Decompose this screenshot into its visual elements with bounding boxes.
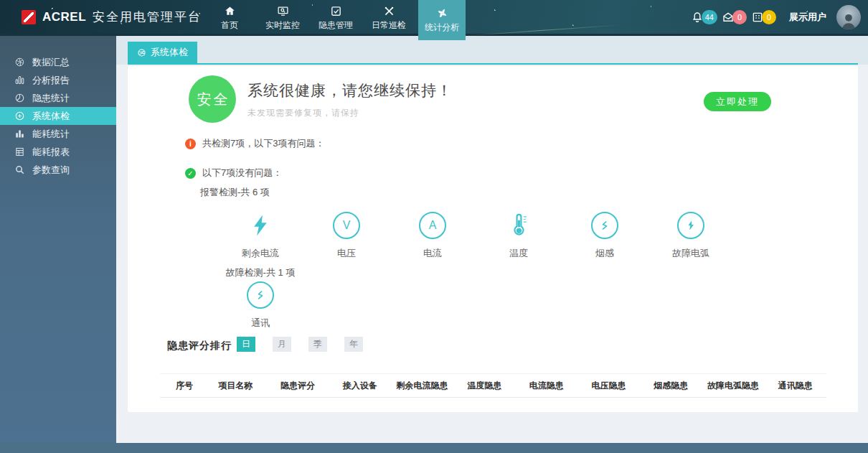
period-month-button[interactable]: 月 <box>273 337 291 352</box>
bell-badge: 44 <box>702 10 717 24</box>
info-icon: i <box>185 139 196 149</box>
fault-group-line: 故障检测-共 1 项 <box>226 266 296 279</box>
period-quarter-button[interactable]: 季 <box>308 337 327 352</box>
period-selector: 日 月 季 年 <box>237 337 363 352</box>
col-arc-fault-hazard: 故障电弧隐患 <box>702 380 765 392</box>
left-sidebar: 数据汇总 分析报告 隐患统计 系统体检 能耗统计 能耗报表 参数查询 <box>0 36 116 443</box>
top-navigation: 首页 实时监控 隐患管理 日常巡检 统计分析 <box>206 0 471 34</box>
sidebar-item-parameter-query[interactable]: 参数查询 <box>0 161 116 179</box>
alarm-group-line: 报警检测-共 6 项 <box>200 186 270 199</box>
nav-item-statistics-analysis[interactable]: 统计分析 <box>418 0 466 40</box>
col-hazard-score: 隐患评分 <box>267 380 329 392</box>
sidebar-item-label: 分析报告 <box>32 74 70 87</box>
brand: ACREL 安全用电管理平台 <box>0 0 202 34</box>
wheel-icon <box>137 48 146 57</box>
safety-status-badge: 安全 <box>189 75 236 123</box>
health-check-icon <box>14 111 25 121</box>
tools-icon <box>383 5 395 17</box>
check-item-arc-fault: 故障电弧 <box>648 210 734 279</box>
page-title: 安全用电管理平台 <box>93 9 202 25</box>
current-icon: A <box>419 212 446 239</box>
person-icon <box>839 11 858 29</box>
search-icon <box>14 164 25 175</box>
sidebar-item-label: 系统体检 <box>32 110 70 123</box>
health-subline: 未发现需要修复项，请保持 <box>247 107 453 119</box>
issues-summary-line: i 共检测7项，以下3项有问题： <box>185 137 324 150</box>
sidebar-item-energy-report[interactable]: 能耗报表 <box>0 143 116 161</box>
handle-now-button[interactable]: 立即处理 <box>704 92 771 111</box>
nav-item-daily-inspection[interactable]: 日常巡检 <box>365 0 412 36</box>
health-headline: 系统很健康，请您继续保持！ <box>247 80 453 101</box>
sidebar-item-label: 参数查询 <box>32 164 70 177</box>
col-voltage-hazard: 电压隐患 <box>577 380 640 392</box>
check-item-communication: 通讯 <box>217 279 303 330</box>
sidebar-item-label: 数据汇总 <box>32 56 70 69</box>
nav-item-home[interactable]: 首页 <box>206 0 253 36</box>
todo-badge: 0 <box>762 10 776 24</box>
sidebar-item-hazard-statistics[interactable]: 隐患统计 <box>0 89 116 107</box>
checklist-icon <box>330 5 342 17</box>
tab-label: 系统体检 <box>151 46 188 59</box>
thermometer-icon <box>508 213 529 238</box>
col-connected-devices: 接入设备 <box>329 380 391 392</box>
brand-name: ACREL <box>42 10 86 24</box>
home-icon <box>224 5 236 17</box>
mail-badge: 0 <box>732 10 747 24</box>
check-item-temperature: 温度 <box>476 210 562 279</box>
energy-stats-icon <box>14 129 25 139</box>
top-header: ACREL 安全用电管理平台 首页 实时监控 隐患管理 日常巡检 统计分析 44 <box>0 0 868 36</box>
col-residual-current-hazard: 剩余电流隐患 <box>391 380 453 392</box>
system-check-card: 安全 系统很健康，请您继续保持！ 未发现需要修复项，请保持 立即处理 i 共检测… <box>128 66 858 412</box>
check-item-residual-current: 剩余电流 故障检测-共 1 项 <box>217 210 303 279</box>
ok-summary-line: ✓ 以下7项没有问题： <box>185 167 282 179</box>
col-communication-hazard: 通讯隐患 <box>764 380 826 392</box>
period-day-button[interactable]: 日 <box>237 337 255 352</box>
check-icon: ✓ <box>185 168 196 179</box>
check-item-voltage: V 电压 <box>303 210 390 279</box>
tab-system-check[interactable]: 系统体检 <box>128 42 197 63</box>
ranking-table-header: 序号 项目名称 隐患评分 接入设备 剩余电流隐患 温度隐患 电流隐患 电压隐患 … <box>160 373 826 398</box>
sidebar-item-data-summary[interactable]: 数据汇总 <box>0 53 116 71</box>
lightning-icon <box>248 213 273 238</box>
health-summary: 系统很健康，请您继续保持！ 未发现需要修复项，请保持 <box>247 80 453 119</box>
sidebar-item-analysis-report[interactable]: 分析报告 <box>0 71 116 89</box>
todo-notifications[interactable]: 0 <box>751 10 776 24</box>
issues-text: 共检测7项，以下3项有问题： <box>202 137 324 150</box>
voltage-icon: V <box>333 212 360 239</box>
sidebar-item-system-check[interactable]: 系统体检 <box>0 107 116 125</box>
sidebar-item-label: 隐患统计 <box>32 92 70 105</box>
sidebar-item-energy-statistics[interactable]: 能耗统计 <box>0 125 116 143</box>
tab-bar: 系统体检 <box>116 36 868 65</box>
user-name[interactable]: 展示用户 <box>789 11 826 24</box>
col-smoke-hazard: 烟感隐患 <box>640 380 702 392</box>
avatar[interactable] <box>836 5 861 29</box>
col-project-name: 项目名称 <box>204 380 267 392</box>
monitor-icon <box>277 5 289 17</box>
col-index: 序号 <box>160 380 204 392</box>
bottom-bar <box>0 443 868 453</box>
check-item-smoke: 烟感 <box>562 210 648 279</box>
period-year-button[interactable]: 年 <box>344 337 363 352</box>
smoke-icon <box>591 212 618 239</box>
col-temperature-hazard: 温度隐患 <box>453 380 516 392</box>
nav-item-realtime-monitor[interactable]: 实时监控 <box>259 0 306 36</box>
ok-text: 以下7项没有问题： <box>202 167 282 179</box>
check-items-row-2: 通讯 <box>217 279 303 330</box>
acrel-logo-icon <box>22 10 36 24</box>
sidebar-item-label: 能耗统计 <box>32 128 70 141</box>
comm-icon <box>247 281 274 309</box>
header-right-cluster: 44 0 0 展示用户 <box>691 0 868 34</box>
mail-notifications[interactable]: 0 <box>722 10 747 24</box>
report-icon <box>14 75 25 85</box>
analysis-icon <box>436 7 448 19</box>
arc-fault-icon <box>677 212 704 239</box>
main-content: 系统体检 安全 系统很健康，请您继续保持！ 未发现需要修复项，请保持 立即处理 … <box>116 36 868 443</box>
col-current-hazard: 电流隐患 <box>516 380 578 392</box>
data-summary-icon <box>14 57 25 67</box>
nav-item-hazard-management[interactable]: 隐患管理 <box>312 0 359 36</box>
energy-report-icon <box>14 146 25 157</box>
sidebar-item-label: 能耗报表 <box>32 146 70 159</box>
ranking-title: 隐患评分排行 <box>167 340 232 352</box>
alarm-notifications[interactable]: 44 <box>691 10 717 24</box>
check-items-row: 剩余电流 故障检测-共 1 项 V 电压 A 电流 温度 <box>217 210 734 279</box>
